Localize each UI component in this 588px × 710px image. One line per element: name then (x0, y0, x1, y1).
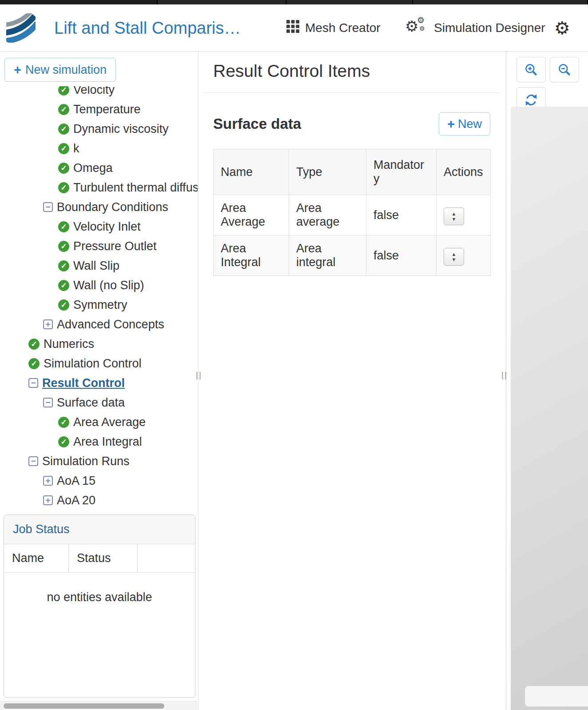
tree-item-velocity-inlet[interactable]: ✓Velocity Inlet (0, 217, 198, 236)
tree-item-temperature[interactable]: ✓Temperature (0, 100, 198, 119)
check-icon: ✓ (28, 358, 40, 369)
job-status-title: Job Status (4, 515, 195, 544)
tree-item-label: AoA 20 (57, 494, 95, 507)
tree-item-k[interactable]: ✓k (0, 139, 198, 158)
zoom-out-button[interactable] (550, 57, 579, 82)
collapse-icon[interactable]: − (43, 202, 53, 212)
table-header-row: Name Type Mandatory Actions (214, 149, 491, 195)
tree-item-result-control[interactable]: −Result Control (0, 373, 198, 393)
tree-item-label: Wall (no Slip) (73, 279, 144, 292)
tree-item-simulation-runs[interactable]: −Simulation Runs (0, 451, 198, 471)
surface-data-tbody: Area AverageArea averagefalse▲▼Area Inte… (214, 195, 491, 276)
table-row-area-integral: Area IntegralArea integralfalse▲▼ (214, 235, 491, 276)
viewer-corner-widget (525, 686, 588, 706)
nav-label-mesh-creator: Mesh Creator (305, 21, 381, 35)
tree-item-label: Result Control (42, 376, 125, 390)
simulation-tree: ✓Velocity✓Temperature✓Dynamic viscosity✓… (0, 86, 198, 515)
tree-item-label: Boundary Conditions (57, 200, 168, 214)
browser-tab[interactable] (0, 0, 158, 4)
expand-icon[interactable]: + (43, 476, 53, 486)
collapse-icon[interactable]: − (28, 456, 38, 466)
tree-item-advanced-concepts[interactable]: +Advanced Concepts (0, 315, 198, 334)
tree-item-numerics[interactable]: ✓Numerics (0, 334, 198, 354)
project-title[interactable]: Lift and Stall Comparis… (54, 18, 241, 37)
app-logo[interactable] (6, 13, 36, 43)
new-surface-data-button[interactable]: + New (439, 112, 490, 136)
nav-simulation-designer[interactable]: ⚙⚙⚙ Simulation Designer (405, 18, 545, 38)
job-col-extra (138, 544, 195, 572)
tree-item-label: Velocity (73, 86, 115, 97)
collapse-icon[interactable]: − (28, 378, 38, 388)
nav-label-simulation-designer: Simulation Designer (434, 21, 545, 35)
browser-tab[interactable] (286, 0, 413, 4)
expand-icon[interactable]: + (43, 495, 53, 505)
nav-post-processor[interactable]: ⚙ (554, 19, 570, 37)
tree-item-surface-data[interactable]: −Surface data (0, 393, 198, 412)
row-actions-stepper[interactable]: ▲▼ (444, 248, 464, 266)
new-button-label: New (458, 117, 482, 131)
main-content: Result Control Items Surface data + New … (199, 52, 506, 710)
tree-item-pressure-outlet[interactable]: ✓Pressure Outlet (0, 236, 198, 256)
check-icon: ✓ (58, 436, 69, 447)
job-col-name: Name (4, 544, 69, 572)
tree-item-boundary-conditions[interactable]: −Boundary Conditions (0, 197, 198, 217)
cell-name: Area Integral (214, 235, 289, 276)
expand-icon[interactable]: + (43, 319, 53, 329)
check-icon: ✓ (58, 241, 69, 252)
row-actions-stepper[interactable]: ▲▼ (444, 207, 464, 225)
new-simulation-label: New simulation (25, 63, 107, 77)
right-splitter-handle[interactable]: || (501, 370, 508, 380)
app-screen: Lift and Stall Comparis… Mesh Creator ⚙⚙… (0, 0, 588, 710)
col-header-type: Type (289, 149, 366, 195)
tree-item-velocity[interactable]: ✓Velocity (0, 86, 198, 100)
tree-item-wall-no-slip[interactable]: ✓Wall (no Slip) (0, 275, 198, 295)
browser-tab[interactable] (158, 0, 286, 4)
tree-item-label: Wall Slip (73, 259, 119, 273)
new-simulation-button[interactable]: + New simulation (4, 58, 116, 82)
browser-tab[interactable] (413, 0, 588, 4)
tree-item-turbulent-thermal-diffusiv[interactable]: ✓Turbulent thermal diffusiv (0, 178, 198, 197)
title-divider (203, 92, 501, 93)
tree-item-label: Numerics (44, 337, 94, 351)
tree-item-label: Omega (73, 161, 113, 175)
tree-item-label: Simulation Runs (42, 455, 130, 468)
refresh-icon (524, 93, 538, 107)
viewer-panel (511, 52, 588, 710)
check-icon: ✓ (58, 143, 69, 154)
zoom-in-icon (524, 63, 538, 77)
tree-item-label: AoA 15 (57, 474, 95, 488)
job-table-header: Name Status (4, 544, 195, 573)
viewer-canvas[interactable] (511, 107, 588, 710)
tree-item-label: Advanced Concepts (57, 318, 164, 331)
zoom-in-button[interactable] (516, 57, 546, 82)
collapse-icon[interactable]: − (43, 398, 53, 407)
grid-icon (286, 20, 299, 36)
tree-item-omega[interactable]: ✓Omega (0, 158, 198, 178)
tree-item-label: Simulation Control (44, 357, 142, 371)
tree-item-symmetry[interactable]: ✓Symmetry (0, 295, 198, 315)
tree-item-simulation-control[interactable]: ✓Simulation Control (0, 354, 198, 373)
tree-item-aoa-20[interactable]: +AoA 20 (0, 491, 198, 510)
tree-item-aoa-15[interactable]: +AoA 15 (0, 471, 198, 491)
check-icon: ✓ (58, 182, 69, 193)
scrollbar-thumb[interactable] (4, 703, 164, 709)
stepper-up-icon: ▲ (452, 211, 457, 216)
cell-actions: ▲▼ (437, 195, 491, 235)
left-splitter-handle[interactable]: || (196, 370, 202, 380)
check-icon: ✓ (58, 163, 69, 174)
cell-mandatory: false (366, 235, 437, 276)
tree-item-label: Pressure Outlet (73, 239, 157, 253)
sidebar-horizontal-scrollbar[interactable] (0, 701, 198, 710)
tree-item-aoa-25[interactable]: +AoA 25 (0, 510, 198, 515)
job-status-panel: Job Status Name Status no entities avail… (4, 515, 195, 698)
tree-item-dynamic-viscosity[interactable]: ✓Dynamic viscosity (0, 119, 198, 139)
tree-item-wall-slip[interactable]: ✓Wall Slip (0, 256, 198, 275)
tree-item-area-integral[interactable]: ✓Area Integral (0, 432, 198, 451)
tree-item-label: Velocity Inlet (73, 220, 141, 234)
cell-type: Area average (289, 195, 366, 235)
gears-icon: ⚙⚙⚙ (405, 18, 428, 38)
nav-mesh-creator[interactable]: Mesh Creator (286, 20, 381, 36)
stepper-down-icon: ▼ (452, 217, 457, 221)
col-header-name: Name (214, 149, 289, 195)
tree-item-area-average[interactable]: ✓Area Average (0, 412, 198, 432)
